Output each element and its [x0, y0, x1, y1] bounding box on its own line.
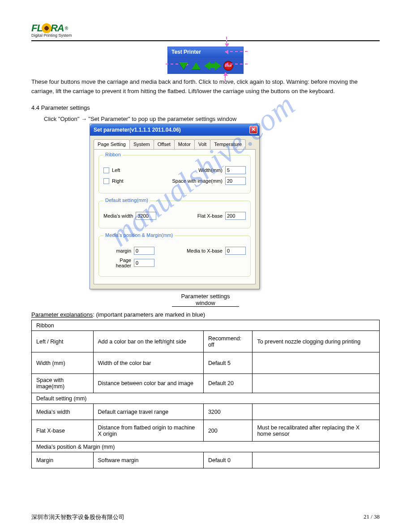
dashed-pointer-title [225, 51, 248, 52]
checkbox-left[interactable] [103, 167, 109, 173]
label-left: Left [112, 167, 120, 173]
test-printer-figure: Test Printer STOP [31, 47, 380, 74]
label-right: Right [112, 178, 124, 184]
logo: FL RA ® [31, 22, 68, 34]
move-left-right-button[interactable] [203, 60, 223, 72]
sunflower-icon [42, 23, 51, 33]
group-ribbon-title: Ribbon [103, 152, 123, 157]
set-parameter-figure: Set parameter(v1.1.1.1 2011.04.06) ✕ Pag… [90, 124, 380, 289]
close-button[interactable]: ✕ [249, 126, 257, 134]
group-ribbon: Ribbon Left Width(mm) Right Space with i… [98, 155, 251, 193]
label-width: Width(mm) [198, 167, 223, 173]
table-row: Width (mm) Width of the color bar Defaul… [32, 352, 380, 374]
window-titlebar: Set parameter(v1.1.1.1 2011.04.06) ✕ [90, 124, 259, 136]
explain-tail: : (important parameters are marked in bl… [93, 311, 205, 318]
group-default: Default setting(mm) Media's width Flat X… [98, 201, 251, 228]
logo-right: RA [51, 22, 64, 34]
input-page-header[interactable] [134, 259, 154, 267]
tab-system[interactable]: System [129, 139, 154, 149]
table-row: Margin Software margin Default 0 [32, 452, 380, 468]
input-flat[interactable] [225, 212, 246, 220]
tab-body: Ribbon Left Width(mm) Right Space with i… [94, 149, 256, 284]
group-margin-title: Media's position & Margin(mm) [103, 232, 175, 238]
dashed-pointer-bottom [225, 73, 226, 82]
figure-caption-text: Parameter settings window [172, 293, 239, 307]
tab-temperature[interactable]: Temperature [210, 139, 246, 149]
arrow-down-icon [179, 62, 188, 69]
header-divider [31, 40, 380, 41]
table-group-ribbon: Ribbon [32, 320, 380, 331]
dashed-pointer-top [226, 37, 227, 47]
input-space[interactable] [225, 177, 246, 185]
tab-offset[interactable]: Offset [154, 139, 175, 149]
page-footer: 深圳市润天智数字设备股份有限公司 21 / 38 [0, 513, 411, 521]
label-media-width: Media's width [103, 213, 133, 219]
window-title: Set parameter(v1.1.1.1 2011.04.06) [94, 127, 181, 133]
tab-page-setting[interactable]: Page Setting [94, 139, 130, 149]
arrow-up-icon [192, 62, 201, 69]
explain-lead: Parameter explanations [31, 311, 93, 318]
tabs: Page Setting System Offset Motor Volt Te… [90, 136, 259, 149]
table-row: Media's width Default carriage travel ra… [32, 404, 380, 420]
label-page-header: Page header [103, 257, 131, 268]
section-heading: 4.4 Parameter settings [31, 104, 380, 111]
table-row: Flat X-base Distance from flatbed origin… [32, 420, 380, 442]
input-media-width[interactable] [136, 212, 156, 220]
set-parameter-window: Set parameter(v1.1.1.1 2011.04.06) ✕ Pag… [90, 124, 260, 289]
table-row: Space with image(mm) Distance between co… [32, 374, 380, 393]
label-flat: Flat X-base [197, 213, 223, 219]
explain-heading: Parameter explanations: (important param… [31, 311, 380, 318]
page-header: FL RA ® Digital Printing System [31, 22, 380, 38]
input-media-to[interactable] [225, 247, 246, 255]
tab-motor[interactable]: Motor [174, 139, 195, 149]
tab-volt[interactable]: Volt [194, 139, 210, 149]
registered-mark: ® [65, 26, 68, 31]
logo-tagline: Digital Printing System [31, 33, 72, 38]
paragraph-2: Click "Option" → "Set Parameter" to pop … [31, 115, 380, 124]
checkbox-right[interactable] [103, 178, 109, 184]
arrow-left-right-icon [204, 61, 221, 70]
input-width[interactable] [225, 166, 246, 174]
test-printer-titlebar: Test Printer [168, 47, 243, 58]
group-default-title: Default setting(mm) [103, 197, 150, 203]
logo-left: FL [31, 22, 43, 34]
footer-left: 深圳市润天智数字设备股份有限公司 [31, 513, 124, 521]
params-table: Ribbon Left / Right Add a color bar on t… [31, 320, 380, 468]
move-down-button[interactable] [178, 60, 189, 72]
test-printer-toolbar: STOP [168, 58, 243, 73]
move-up-button[interactable] [190, 60, 202, 72]
label-media-to: Media to X-base [187, 248, 223, 253]
paragraph-1: These four buttons move the carriage and… [31, 77, 380, 96]
table-row: Left / Right Add a color bar on the left… [32, 331, 380, 352]
label-space: Space with image(mm) [172, 178, 223, 184]
footer-right: 21 / 38 [364, 513, 380, 521]
group-margin: Media's position & Margin(mm) margin Med… [98, 236, 251, 277]
input-margin[interactable] [134, 247, 154, 255]
dashed-pointer-right [225, 64, 248, 64]
figure-caption: Parameter settings window [31, 293, 380, 307]
label-margin: margin [103, 248, 131, 253]
table-group-margin: Media's position & Margin (mm) [32, 442, 380, 452]
table-group-default: Default setting (mm) [32, 393, 380, 404]
